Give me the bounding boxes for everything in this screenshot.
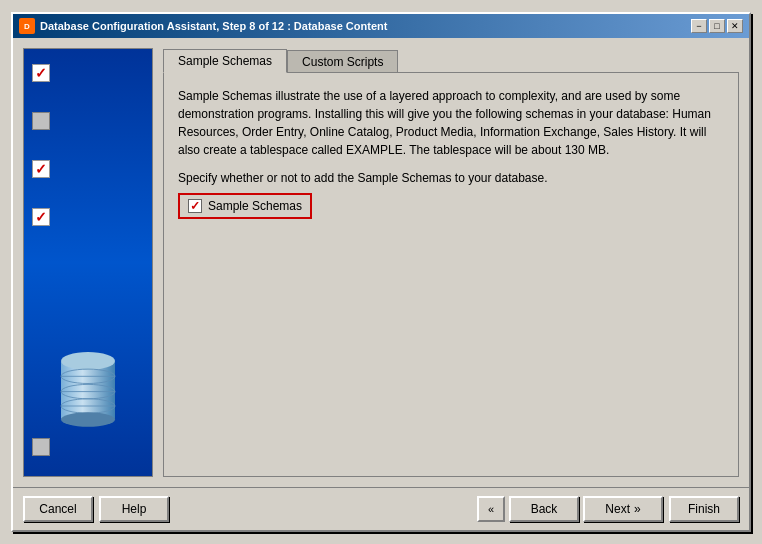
maximize-button[interactable]: □ <box>709 19 725 33</box>
step-indicator-3 <box>32 160 50 178</box>
step-checkbox-2 <box>32 112 50 130</box>
step-checkbox-1 <box>32 64 50 82</box>
cancel-button[interactable]: Cancel <box>23 496 93 522</box>
tab-custom-scripts[interactable]: Custom Scripts <box>287 50 398 74</box>
sample-schemas-checkbox[interactable] <box>188 199 202 213</box>
specify-text: Specify whether or not to add the Sample… <box>178 171 724 185</box>
description-text: Sample Schemas illustrate the use of a l… <box>178 87 724 159</box>
title-bar-buttons: − □ ✕ <box>691 19 743 33</box>
step-checkbox-5 <box>32 438 50 456</box>
tab-bar: Sample Schemas Custom Scripts <box>163 48 739 72</box>
step-indicator-4 <box>32 208 50 226</box>
svg-point-3 <box>61 352 115 370</box>
svg-point-10 <box>61 412 115 426</box>
help-button[interactable]: Help <box>99 496 169 522</box>
next-button[interactable]: Next » <box>583 496 663 522</box>
main-window: D Database Configuration Assistant, Step… <box>11 12 751 532</box>
step-checkbox-3 <box>32 160 50 178</box>
database-illustration <box>53 343 123 436</box>
bottom-bar: Cancel Help « Back Next » Finish <box>13 487 749 530</box>
tab-sample-schemas[interactable]: Sample Schemas <box>163 49 287 73</box>
navigation-group: « Back Next » <box>477 496 663 522</box>
back-arrow-button[interactable]: « <box>477 496 505 522</box>
window-title: Database Configuration Assistant, Step 8… <box>40 20 691 32</box>
step-checkbox-4 <box>32 208 50 226</box>
close-button[interactable]: ✕ <box>727 19 743 33</box>
title-bar: D Database Configuration Assistant, Step… <box>13 14 749 38</box>
back-button[interactable]: Back <box>509 496 579 522</box>
minimize-button[interactable]: − <box>691 19 707 33</box>
svg-text:D: D <box>24 22 30 31</box>
content-area: Sample Schemas Custom Scripts Sample Sch… <box>13 38 749 487</box>
sample-schemas-checkbox-row[interactable]: Sample Schemas <box>178 193 312 219</box>
sample-schemas-label[interactable]: Sample Schemas <box>208 199 302 213</box>
tab-content: Sample Schemas illustrate the use of a l… <box>163 72 739 477</box>
left-panel <box>23 48 153 477</box>
step-indicator-1 <box>32 64 50 82</box>
step-indicator-2 <box>32 112 50 130</box>
window-icon: D <box>19 18 35 34</box>
right-panel: Sample Schemas Custom Scripts Sample Sch… <box>163 48 739 477</box>
step-indicator-5 <box>32 438 50 456</box>
finish-button[interactable]: Finish <box>669 496 739 522</box>
next-arrow-icon: » <box>634 502 641 516</box>
